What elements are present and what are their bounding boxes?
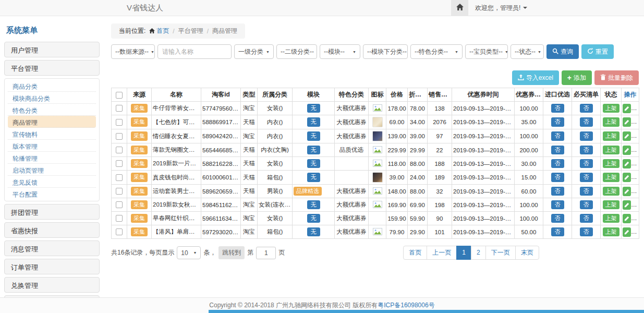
sidebar-item[interactable]: 商品分类	[8, 80, 96, 92]
row-checkbox[interactable]	[116, 160, 123, 167]
must-buy-toggle[interactable]: 否	[580, 146, 593, 154]
home-button[interactable]	[451, 0, 468, 16]
must-buy-toggle[interactable]: 否	[580, 227, 593, 236]
imported-toggle[interactable]: 否	[551, 227, 564, 236]
status-badge[interactable]: 上架	[603, 159, 619, 168]
sidebar-panel[interactable]: 省惠快报	[4, 222, 100, 238]
select-all-checkbox[interactable]	[116, 92, 123, 99]
must-buy-toggle[interactable]: 否	[580, 117, 593, 126]
edit-button[interactable]	[623, 159, 631, 168]
status-badge[interactable]: 上架	[603, 146, 619, 154]
status-badge[interactable]: 上架	[603, 200, 619, 209]
imported-toggle[interactable]: 否	[551, 146, 564, 154]
sidebar-item[interactable]: 宣传物料	[8, 128, 96, 140]
edit-button[interactable]	[623, 173, 631, 182]
icp-link[interactable]: 粤ICP备16098006号	[378, 301, 434, 310]
sidebar-item[interactable]: 版本管理	[8, 140, 96, 152]
reset-button[interactable]: 重置	[581, 44, 614, 59]
sidebar-item[interactable]: 特色分类	[8, 104, 96, 116]
cell-imported: 否	[543, 185, 572, 198]
table-row: 采集【港风】单肩斜跨链条...597293020870淘宝箱包()无大额优惠券7…	[112, 225, 639, 239]
imported-toggle[interactable]: 否	[551, 104, 564, 113]
jump-button[interactable]: 跳转到	[218, 246, 245, 259]
must-buy-toggle[interactable]: 否	[580, 131, 593, 140]
cell-must-buy: 否	[572, 115, 601, 129]
filter-select[interactable]: --模块--▼	[320, 44, 360, 59]
imported-toggle[interactable]: 否	[551, 173, 564, 182]
imported-toggle[interactable]: 否	[551, 159, 564, 168]
must-buy-toggle[interactable]: 否	[580, 187, 593, 196]
imported-toggle[interactable]: 否	[551, 131, 564, 140]
imported-toggle[interactable]: 否	[551, 117, 564, 126]
sidebar-item[interactable]: 轮播管理	[8, 152, 96, 164]
row-checkbox[interactable]	[116, 215, 123, 222]
row-checkbox[interactable]	[116, 147, 123, 153]
filter-select[interactable]: --模块下分类--▼	[363, 44, 408, 59]
sidebar-panel[interactable]: 消息管理	[4, 240, 100, 256]
edit-button[interactable]	[623, 146, 631, 155]
sidebar-panel[interactable]: 兑换管理	[4, 277, 100, 293]
status-badge[interactable]: 上架	[603, 173, 619, 182]
cell-status: 上架	[601, 129, 622, 143]
batch-delete-button[interactable]: 批量删除	[594, 70, 639, 85]
filter-select[interactable]: --特色分类--▼	[410, 44, 463, 59]
sidebar-panel[interactable]: 拼团管理	[4, 204, 100, 220]
user-menu[interactable]: 欢迎您，管理员!	[468, 0, 527, 16]
row-checkbox[interactable]	[116, 188, 123, 195]
row-checkbox[interactable]	[116, 105, 123, 112]
must-buy-toggle[interactable]: 否	[580, 200, 593, 209]
edit-button[interactable]	[623, 227, 631, 237]
pager-button[interactable]: 首页	[403, 246, 427, 260]
pager-button[interactable]: 下一页	[485, 246, 516, 260]
sidebar-panel[interactable]: 订单管理	[4, 259, 100, 274]
filter-select[interactable]: 一级分类▼	[234, 44, 274, 59]
sidebar-item[interactable]: 意见反馈	[8, 176, 96, 188]
status-badge[interactable]: 上架	[603, 214, 619, 223]
status-badge[interactable]: 上架	[603, 227, 619, 236]
query-button[interactable]: 查询	[546, 44, 579, 59]
sidebar-panel[interactable]: 用户管理	[4, 42, 100, 57]
row-checkbox[interactable]	[116, 201, 123, 208]
pager-button[interactable]: 2	[471, 246, 486, 260]
imported-toggle[interactable]: 否	[551, 187, 564, 196]
sidebar-panel[interactable]: 平台管理	[4, 60, 100, 76]
status-badge[interactable]: 上架	[603, 117, 619, 126]
must-buy-toggle[interactable]: 否	[580, 214, 593, 223]
status-badge[interactable]: 上架	[603, 131, 619, 140]
sidebar-item[interactable]: 商品管理	[8, 116, 96, 128]
add-button[interactable]: + 添加	[562, 70, 592, 85]
pager-button[interactable]: 末页	[515, 246, 539, 260]
sidebar-item[interactable]: 模块商品分类	[8, 92, 96, 104]
row-checkbox[interactable]	[116, 228, 123, 235]
must-buy-toggle[interactable]: 否	[580, 104, 593, 113]
row-checkbox[interactable]	[116, 119, 123, 126]
breadcrumb-home-link[interactable]: 首页	[149, 27, 169, 35]
filter-select[interactable]: --宝贝类型--▼	[465, 44, 508, 59]
jump-page-input[interactable]	[256, 247, 276, 259]
edit-button[interactable]	[623, 117, 631, 127]
status-badge[interactable]: 上架	[603, 104, 619, 113]
status-badge[interactable]: 上架	[603, 187, 619, 196]
must-buy-toggle[interactable]: 否	[580, 159, 593, 168]
pager-button[interactable]: 1	[456, 246, 471, 260]
filter-select[interactable]: --二级分类--▼	[276, 44, 317, 59]
pager-button[interactable]: 上一页	[427, 246, 457, 260]
filter-select-source[interactable]: --数据来源--▼	[111, 44, 155, 59]
edit-button[interactable]	[623, 131, 631, 141]
imported-toggle[interactable]: 否	[551, 200, 564, 209]
imported-toggle[interactable]: 否	[551, 214, 564, 223]
name-filter-input[interactable]	[157, 44, 232, 59]
sidebar-item[interactable]: 平台配置	[8, 188, 96, 200]
row-checkbox[interactable]	[116, 133, 123, 140]
page-size-select[interactable]: 10 ▼	[177, 246, 201, 259]
must-buy-toggle[interactable]: 否	[580, 173, 593, 182]
edit-button[interactable]	[623, 187, 631, 196]
filter-select[interactable]: --状态--▼	[511, 44, 544, 59]
import-excel-button[interactable]: 导入excel	[512, 70, 559, 85]
edit-button[interactable]	[623, 214, 631, 223]
edit-button[interactable]	[623, 104, 631, 113]
row-checkbox[interactable]	[116, 174, 123, 181]
cell-feature: 大额优惠券	[335, 198, 369, 212]
edit-button[interactable]	[623, 200, 631, 210]
sidebar-item[interactable]: 启动页管理	[8, 164, 96, 176]
